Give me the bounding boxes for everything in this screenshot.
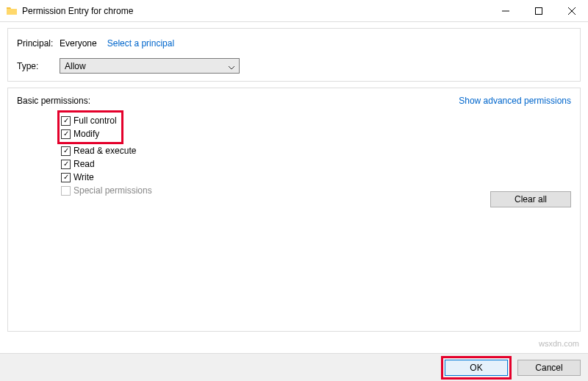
titlebar: Permission Entry for chrome bbox=[0, 0, 588, 22]
highlight-ok: OK bbox=[441, 356, 512, 380]
permission-label: Read bbox=[74, 159, 95, 169]
type-select-value: Allow bbox=[65, 61, 86, 71]
cancel-button[interactable]: Cancel bbox=[517, 360, 581, 376]
permission-read-execute: Read & execute bbox=[61, 144, 571, 157]
chevron-down-icon bbox=[229, 63, 234, 73]
window-controls bbox=[489, 0, 588, 21]
checkbox-modify[interactable] bbox=[61, 129, 71, 139]
permission-label: Full control bbox=[74, 115, 117, 126]
permissions-list: Full control Modify Read & execute Read … bbox=[61, 110, 571, 197]
checkbox-read-execute[interactable] bbox=[61, 146, 71, 156]
principal-type-panel: Principal: Everyone Select a principal T… bbox=[7, 28, 581, 82]
permission-read: Read bbox=[61, 157, 571, 171]
permission-write: Write bbox=[61, 171, 571, 184]
principal-label: Principal: bbox=[17, 38, 60, 49]
window-title: Permission Entry for chrome bbox=[22, 6, 489, 16]
checkbox-special bbox=[61, 186, 71, 196]
svg-rect-0 bbox=[535, 7, 542, 14]
permission-full-control: Full control bbox=[61, 114, 117, 127]
checkbox-write[interactable] bbox=[61, 173, 71, 182]
type-label: Type: bbox=[17, 61, 60, 71]
checkbox-full-control[interactable] bbox=[61, 116, 71, 126]
select-principal-link[interactable]: Select a principal bbox=[107, 38, 174, 49]
permission-label: Modify bbox=[74, 129, 99, 139]
principal-row: Principal: Everyone Select a principal bbox=[17, 36, 571, 51]
close-button[interactable] bbox=[555, 0, 588, 21]
principal-value: Everyone bbox=[60, 38, 97, 49]
watermark: wsxdn.com bbox=[539, 339, 579, 348]
permission-label: Read & execute bbox=[74, 146, 136, 156]
permission-label: Write bbox=[74, 172, 94, 182]
highlight-full-control: Full control Modify bbox=[57, 110, 123, 144]
type-row: Type: Allow bbox=[17, 58, 571, 74]
clear-all-button[interactable]: Clear all bbox=[490, 191, 571, 207]
permission-modify: Modify bbox=[61, 127, 117, 140]
maximize-button[interactable] bbox=[522, 0, 555, 21]
folder-icon bbox=[6, 5, 18, 17]
permissions-panel: Basic permissions: Show advanced permiss… bbox=[7, 88, 581, 332]
permission-label: Special permissions bbox=[74, 185, 152, 196]
checkbox-read[interactable] bbox=[61, 160, 71, 169]
type-select[interactable]: Allow bbox=[60, 58, 240, 74]
dialog-footer: OK Cancel bbox=[0, 353, 588, 381]
minimize-button[interactable] bbox=[489, 0, 522, 21]
show-advanced-link[interactable]: Show advanced permissions bbox=[459, 96, 571, 106]
content-area: Principal: Everyone Select a principal T… bbox=[0, 22, 588, 338]
ok-button[interactable]: OK bbox=[445, 360, 508, 376]
